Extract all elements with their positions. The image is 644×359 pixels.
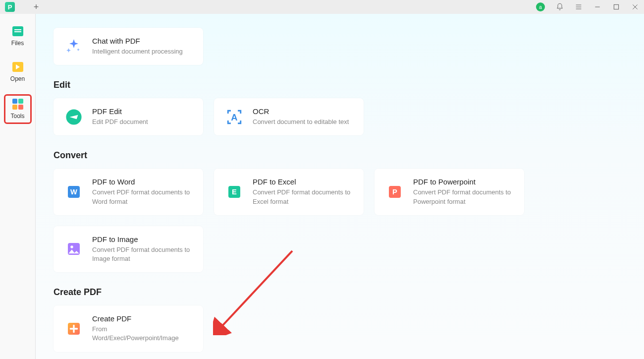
sidebar: Files Open Tools [0,14,36,359]
card-title: OCR [253,107,349,116]
pdf-to-image-card[interactable]: PDF to Image Convert PDF format document… [54,226,203,272]
new-tab-button[interactable]: + [32,2,41,11]
word-icon: W [64,182,83,201]
ocr-icon: A [225,108,244,126]
card-desc: Convert PDF format documents to Image fo… [92,245,192,263]
card-title: PDF to Excel [253,178,353,186]
pdf-to-powerpoint-card[interactable]: P PDF to Powerpoint Convert PDF format d… [375,169,524,215]
section-heading-convert: Convert [54,150,624,161]
maximize-icon[interactable] [612,3,620,11]
excel-icon: E [225,182,244,201]
pdf-edit-icon [64,108,83,126]
card-title: PDF to Image [92,235,192,243]
section-heading-edit: Edit [54,80,624,90]
card-title: Chat with PDF [92,37,183,45]
svg-text:W: W [70,188,77,196]
create-pdf-icon [64,319,83,338]
tools-icon [12,99,23,110]
sidebar-item-open[interactable]: Open [4,59,32,85]
section-heading-create: Create PDF [54,287,624,298]
svg-text:P: P [392,188,397,196]
ocr-card[interactable]: A OCR Convert document to editable text [214,98,364,135]
avatar[interactable]: a [536,2,545,11]
open-icon [12,62,23,72]
bell-icon[interactable] [556,3,564,11]
sidebar-item-files[interactable]: Files [4,23,32,50]
svg-text:A: A [231,112,237,122]
card-desc: Convert PDF format documents to Excel fo… [253,188,353,206]
card-desc: From Word/Execl/Powerpoint/Image [92,325,192,343]
content: Chat with PDF Intelligent document proce… [36,14,644,359]
close-icon[interactable] [631,3,639,11]
svg-text:E: E [232,188,237,196]
minimize-icon[interactable] [593,3,601,11]
sparkle-icon [64,37,83,56]
image-icon [64,239,83,258]
card-title: Create PDF [92,314,192,323]
svg-point-16 [70,246,73,248]
app-logo-icon: P [5,2,15,12]
create-pdf-card[interactable]: Create PDF From Word/Execl/Powerpoint/Im… [54,305,203,352]
sidebar-item-tools[interactable]: Tools [4,94,32,124]
card-desc: Convert PDF format documents to Powerpoi… [413,188,513,206]
titlebar: P + a [0,0,644,14]
menu-icon[interactable] [575,3,583,11]
card-title: PDF Edit [92,107,148,116]
svg-rect-4 [614,4,618,9]
sidebar-item-label: Open [10,75,25,82]
card-desc: Convert PDF format documents to Word for… [92,188,192,206]
card-title: PDF to Word [92,178,192,186]
chat-with-pdf-card[interactable]: Chat with PDF Intelligent document proce… [54,28,203,65]
pdf-to-excel-card[interactable]: E PDF to Excel Convert PDF format docume… [214,169,364,215]
sidebar-item-label: Tools [10,113,24,120]
pdf-to-word-card[interactable]: W PDF to Word Convert PDF format documen… [54,169,203,215]
sidebar-item-label: Files [11,40,24,47]
files-icon [12,26,23,36]
card-title: PDF to Powerpoint [413,178,513,186]
card-desc: Edit PDF document [92,118,148,126]
pdf-edit-card[interactable]: PDF Edit Edit PDF document [54,98,203,135]
powerpoint-icon: P [385,182,404,201]
card-desc: Convert document to editable text [253,118,349,126]
card-desc: Intelligent document processing [92,47,183,56]
